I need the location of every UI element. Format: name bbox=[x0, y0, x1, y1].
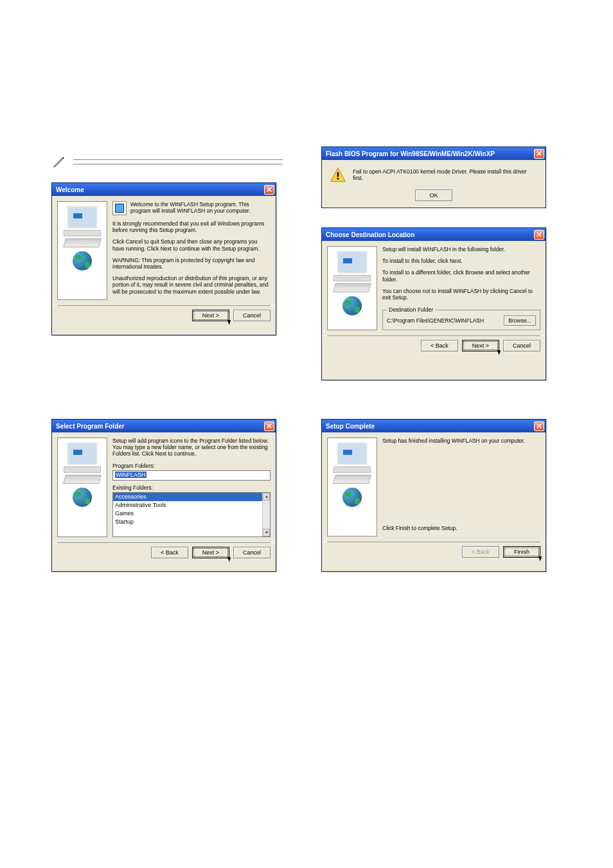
select-back-button[interactable]: < Back bbox=[151, 547, 188, 558]
complete-back-button: < Back bbox=[462, 546, 499, 558]
wizard-image bbox=[57, 201, 107, 300]
destination-groupbox: Destination Folder C:\Program Files\GENE… bbox=[382, 310, 540, 330]
complete-finish-button[interactable]: Finish bbox=[503, 546, 540, 558]
complete-titlebar: Setup Complete bbox=[322, 420, 546, 432]
scroll-down-icon[interactable] bbox=[263, 529, 270, 536]
welcome-intro: Welcome to the WINFLASH Setup program. T… bbox=[130, 201, 271, 214]
wizard-image bbox=[57, 438, 107, 537]
welcome-title: Welcome bbox=[56, 186, 84, 193]
program-folders-input[interactable]: WINFLASH bbox=[112, 470, 271, 481]
close-icon[interactable] bbox=[534, 149, 544, 159]
destination-dialog: Choose Destination Location Setup will i… bbox=[321, 227, 546, 380]
close-icon[interactable] bbox=[534, 421, 544, 431]
welcome-line4: WARNING: This program is protected by co… bbox=[112, 257, 271, 270]
select-next-button[interactable]: Next > bbox=[192, 547, 229, 558]
welcome-next-button[interactable]: Next > bbox=[192, 310, 229, 321]
welcome-text: Welcome to the WINFLASH Setup program. T… bbox=[112, 201, 271, 300]
destination-titlebar: Choose Destination Location bbox=[322, 228, 546, 241]
select-folder-line1: Setup will add program icons to the Prog… bbox=[112, 438, 271, 457]
note-pencil-icon bbox=[51, 154, 67, 170]
error-dialog: Flash BIOS Program for Win98SE/WinME/Win… bbox=[321, 146, 546, 208]
existing-folders-listbox[interactable]: Accessories Administrative Tools Games S… bbox=[112, 492, 271, 537]
dest-cancel-button[interactable]: Cancel bbox=[503, 340, 540, 351]
dest-next-button[interactable]: Next > bbox=[462, 340, 499, 351]
welcome-titlebar: Welcome bbox=[52, 183, 276, 196]
svg-rect-1 bbox=[337, 178, 339, 179]
list-item[interactable]: Administrative Tools bbox=[113, 501, 270, 509]
list-item[interactable]: Games bbox=[113, 509, 270, 518]
dest-line3: To install to a different folder, click … bbox=[382, 269, 540, 282]
select-folder-titlebar: Select Program Folder bbox=[52, 420, 276, 432]
scroll-up-icon[interactable] bbox=[263, 493, 270, 500]
browse-button[interactable]: Browse... bbox=[504, 315, 536, 326]
setup-box-icon bbox=[112, 201, 127, 215]
error-titlebar: Flash BIOS Program for Win98SE/WinME/Win… bbox=[322, 147, 546, 160]
select-cancel-button[interactable]: Cancel bbox=[233, 547, 271, 558]
welcome-line5: Unauthorized reproduction or distributio… bbox=[112, 275, 271, 295]
dest-line1: Setup will install WINFLASH in the follo… bbox=[382, 246, 540, 252]
welcome-dialog: Welcome Welcome to the WINFLASH Setup pr… bbox=[51, 182, 276, 335]
close-icon[interactable] bbox=[264, 421, 274, 431]
complete-title: Setup Complete bbox=[326, 423, 375, 430]
destination-title: Choose Destination Location bbox=[326, 231, 414, 238]
complete-text: Setup has finished installing WINFLASH o… bbox=[382, 438, 540, 536]
destination-path: C:\Program Files\GENERIC\WINFLASH bbox=[387, 317, 500, 324]
error-message: Fail to open ACPI ATK0100 kernel mode Dr… bbox=[353, 168, 538, 181]
select-folder-dialog: Select Program Folder Setup will add pro… bbox=[51, 419, 276, 572]
dest-line4: You can choose not to install WINFLASH b… bbox=[382, 288, 540, 301]
complete-line2: Click Finish to complete Setup. bbox=[382, 525, 540, 531]
error-ok-button[interactable]: OK bbox=[415, 190, 452, 201]
select-folder-title: Select Program Folder bbox=[56, 423, 125, 430]
listbox-scrollbar[interactable] bbox=[262, 493, 270, 536]
dest-back-button[interactable]: < Back bbox=[421, 340, 458, 351]
wizard-image bbox=[327, 438, 377, 536]
close-icon[interactable] bbox=[264, 185, 274, 195]
program-folders-label: Program Folders: bbox=[112, 463, 271, 469]
dest-line2: To install to this folder, click Next. bbox=[382, 258, 540, 264]
welcome-line3: Click Cancel to quit Setup and then clos… bbox=[112, 238, 271, 251]
welcome-cancel-button[interactable]: Cancel bbox=[233, 310, 271, 321]
close-icon[interactable] bbox=[534, 230, 544, 240]
welcome-line2: It is strongly recommended that you exit… bbox=[112, 220, 271, 233]
destination-group-label: Destination Folder bbox=[387, 306, 435, 313]
select-folder-text: Setup will add program icons to the Prog… bbox=[112, 438, 271, 537]
warning-icon bbox=[330, 166, 346, 183]
complete-line1: Setup has finished installing WINFLASH o… bbox=[382, 438, 540, 444]
complete-dialog: Setup Complete Setup has finished instal… bbox=[321, 419, 546, 572]
list-item[interactable]: Startup bbox=[113, 518, 270, 526]
program-folders-value: WINFLASH bbox=[115, 472, 147, 478]
note-lines bbox=[73, 155, 283, 168]
svg-rect-0 bbox=[337, 172, 339, 177]
existing-folders-label: Existing Folders: bbox=[112, 484, 271, 491]
error-title: Flash BIOS Program for Win98SE/WinME/Win… bbox=[326, 150, 495, 157]
note-row bbox=[51, 154, 283, 170]
wizard-image bbox=[327, 246, 377, 330]
destination-text: Setup will install WINFLASH in the follo… bbox=[382, 246, 540, 330]
list-item[interactable]: Accessories bbox=[113, 493, 270, 501]
